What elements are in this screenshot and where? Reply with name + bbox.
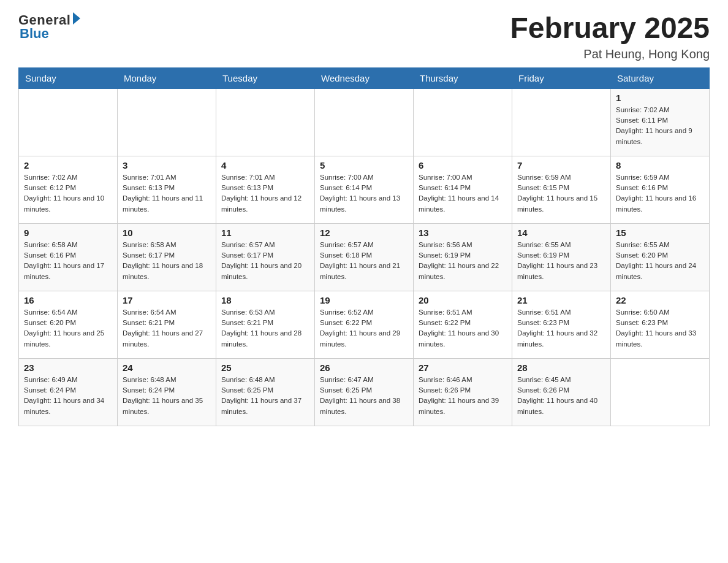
day-info: Sunrise: 6:55 AMSunset: 6:19 PMDaylight:…: [517, 240, 605, 282]
calendar-cell: 3Sunrise: 7:01 AMSunset: 6:13 PMDaylight…: [118, 156, 216, 223]
day-number: 25: [221, 362, 309, 373]
calendar-cell: 22Sunrise: 6:50 AMSunset: 6:23 PMDayligh…: [611, 291, 710, 358]
day-info: Sunrise: 6:59 AMSunset: 6:15 PMDaylight:…: [517, 172, 605, 215]
day-info: Sunrise: 6:53 AMSunset: 6:21 PMDaylight:…: [221, 307, 309, 350]
weekday-header-saturday: Saturday: [611, 67, 710, 88]
weekday-header-sunday: Sunday: [19, 67, 118, 88]
calendar-cell: 28Sunrise: 6:45 AMSunset: 6:26 PMDayligh…: [512, 358, 611, 426]
calendar-cell: 11Sunrise: 6:57 AMSunset: 6:17 PMDayligh…: [216, 223, 315, 291]
calendar-cell: 18Sunrise: 6:53 AMSunset: 6:21 PMDayligh…: [216, 291, 315, 358]
calendar-cell: [315, 88, 414, 156]
day-info: Sunrise: 6:49 AMSunset: 6:24 PMDaylight:…: [24, 375, 112, 417]
day-number: 23: [24, 362, 112, 373]
day-info: Sunrise: 6:57 AMSunset: 6:17 PMDaylight:…: [221, 240, 309, 282]
day-number: 26: [320, 362, 408, 373]
day-info: Sunrise: 6:54 AMSunset: 6:21 PMDaylight:…: [123, 307, 211, 350]
day-info: Sunrise: 6:58 AMSunset: 6:16 PMDaylight:…: [24, 240, 112, 282]
day-info: Sunrise: 7:00 AMSunset: 6:14 PMDaylight:…: [320, 172, 408, 215]
day-number: 4: [221, 160, 309, 170]
calendar-cell: 20Sunrise: 6:51 AMSunset: 6:22 PMDayligh…: [414, 291, 512, 358]
day-number: 28: [517, 362, 605, 373]
day-info: Sunrise: 6:46 AMSunset: 6:26 PMDaylight:…: [419, 375, 507, 417]
day-info: Sunrise: 6:50 AMSunset: 6:23 PMDaylight:…: [616, 307, 704, 350]
day-info: Sunrise: 7:02 AMSunset: 6:11 PMDaylight:…: [616, 105, 704, 147]
day-info: Sunrise: 6:56 AMSunset: 6:19 PMDaylight:…: [419, 240, 507, 282]
calendar-cell: 26Sunrise: 6:47 AMSunset: 6:25 PMDayligh…: [315, 358, 414, 426]
day-info: Sunrise: 6:47 AMSunset: 6:25 PMDaylight:…: [320, 375, 408, 417]
day-number: 10: [123, 228, 211, 238]
week-row-3: 9Sunrise: 6:58 AMSunset: 6:16 PMDaylight…: [19, 223, 710, 291]
calendar-cell: 10Sunrise: 6:58 AMSunset: 6:17 PMDayligh…: [118, 223, 216, 291]
day-info: Sunrise: 6:58 AMSunset: 6:17 PMDaylight:…: [123, 240, 211, 282]
calendar-table: SundayMondayTuesdayWednesdayThursdayFrid…: [18, 67, 710, 426]
logo-blue-text: Blue: [20, 26, 49, 42]
day-number: 22: [616, 295, 704, 305]
week-row-5: 23Sunrise: 6:49 AMSunset: 6:24 PMDayligh…: [19, 358, 710, 426]
day-info: Sunrise: 7:00 AMSunset: 6:14 PMDaylight:…: [419, 172, 507, 215]
day-number: 15: [616, 228, 704, 238]
page-header: General Blue February 2025 Pat Heung, Ho…: [18, 12, 710, 61]
week-row-4: 16Sunrise: 6:54 AMSunset: 6:20 PMDayligh…: [19, 291, 710, 358]
calendar-header: SundayMondayTuesdayWednesdayThursdayFrid…: [19, 67, 710, 88]
calendar-cell: [512, 88, 611, 156]
calendar-cell: [118, 88, 216, 156]
day-info: Sunrise: 6:48 AMSunset: 6:24 PMDaylight:…: [123, 375, 211, 417]
weekday-row: SundayMondayTuesdayWednesdayThursdayFrid…: [19, 67, 710, 88]
calendar-cell: [611, 358, 710, 426]
day-number: 7: [517, 160, 605, 170]
weekday-header-wednesday: Wednesday: [315, 67, 414, 88]
day-info: Sunrise: 6:51 AMSunset: 6:22 PMDaylight:…: [419, 307, 507, 350]
calendar-cell: [19, 88, 118, 156]
weekday-header-friday: Friday: [512, 67, 611, 88]
calendar-cell: 17Sunrise: 6:54 AMSunset: 6:21 PMDayligh…: [118, 291, 216, 358]
calendar-cell: 4Sunrise: 7:01 AMSunset: 6:13 PMDaylight…: [216, 156, 315, 223]
logo-arrow-icon: [73, 12, 80, 25]
week-row-2: 2Sunrise: 7:02 AMSunset: 6:12 PMDaylight…: [19, 156, 710, 223]
calendar-cell: 8Sunrise: 6:59 AMSunset: 6:16 PMDaylight…: [611, 156, 710, 223]
calendar-cell: 6Sunrise: 7:00 AMSunset: 6:14 PMDaylight…: [414, 156, 512, 223]
day-number: 8: [616, 160, 704, 170]
day-number: 6: [419, 160, 507, 170]
calendar-body: 1Sunrise: 7:02 AMSunset: 6:11 PMDaylight…: [19, 88, 710, 426]
day-number: 9: [24, 228, 112, 238]
weekday-header-monday: Monday: [118, 67, 216, 88]
calendar-cell: 13Sunrise: 6:56 AMSunset: 6:19 PMDayligh…: [414, 223, 512, 291]
day-info: Sunrise: 6:59 AMSunset: 6:16 PMDaylight:…: [616, 172, 704, 215]
day-info: Sunrise: 6:55 AMSunset: 6:20 PMDaylight:…: [616, 240, 704, 282]
day-number: 1: [616, 93, 704, 103]
day-number: 21: [517, 295, 605, 305]
day-number: 19: [320, 295, 408, 305]
location-label: Pat Heung, Hong Kong: [510, 47, 710, 61]
day-info: Sunrise: 6:45 AMSunset: 6:26 PMDaylight:…: [517, 375, 605, 417]
day-number: 24: [123, 362, 211, 373]
day-number: 5: [320, 160, 408, 170]
calendar-cell: 2Sunrise: 7:02 AMSunset: 6:12 PMDaylight…: [19, 156, 118, 223]
calendar-cell: 16Sunrise: 6:54 AMSunset: 6:20 PMDayligh…: [19, 291, 118, 358]
day-info: Sunrise: 7:01 AMSunset: 6:13 PMDaylight:…: [221, 172, 309, 215]
calendar-cell: 21Sunrise: 6:51 AMSunset: 6:23 PMDayligh…: [512, 291, 611, 358]
calendar-cell: 23Sunrise: 6:49 AMSunset: 6:24 PMDayligh…: [19, 358, 118, 426]
weekday-header-tuesday: Tuesday: [216, 67, 315, 88]
logo: General Blue: [18, 12, 80, 42]
title-block: February 2025 Pat Heung, Hong Kong: [510, 12, 710, 61]
calendar-cell: 7Sunrise: 6:59 AMSunset: 6:15 PMDaylight…: [512, 156, 611, 223]
day-info: Sunrise: 7:01 AMSunset: 6:13 PMDaylight:…: [123, 172, 211, 215]
day-number: 11: [221, 228, 309, 238]
day-number: 18: [221, 295, 309, 305]
calendar-cell: 24Sunrise: 6:48 AMSunset: 6:24 PMDayligh…: [118, 358, 216, 426]
day-number: 13: [419, 228, 507, 238]
day-number: 16: [24, 295, 112, 305]
calendar-cell: [216, 88, 315, 156]
calendar-cell: 12Sunrise: 6:57 AMSunset: 6:18 PMDayligh…: [315, 223, 414, 291]
day-info: Sunrise: 6:57 AMSunset: 6:18 PMDaylight:…: [320, 240, 408, 282]
day-number: 2: [24, 160, 112, 170]
calendar-cell: 25Sunrise: 6:48 AMSunset: 6:25 PMDayligh…: [216, 358, 315, 426]
calendar-cell: 19Sunrise: 6:52 AMSunset: 6:22 PMDayligh…: [315, 291, 414, 358]
day-info: Sunrise: 6:52 AMSunset: 6:22 PMDaylight:…: [320, 307, 408, 350]
calendar-cell: 15Sunrise: 6:55 AMSunset: 6:20 PMDayligh…: [611, 223, 710, 291]
day-number: 14: [517, 228, 605, 238]
weekday-header-thursday: Thursday: [414, 67, 512, 88]
calendar-cell: 14Sunrise: 6:55 AMSunset: 6:19 PMDayligh…: [512, 223, 611, 291]
calendar-cell: 9Sunrise: 6:58 AMSunset: 6:16 PMDaylight…: [19, 223, 118, 291]
calendar-cell: 27Sunrise: 6:46 AMSunset: 6:26 PMDayligh…: [414, 358, 512, 426]
